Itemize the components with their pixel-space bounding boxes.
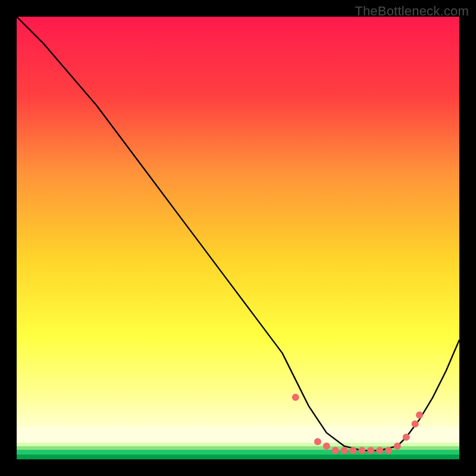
band-darkgreen: [17, 455, 459, 459]
band-green: [17, 450, 459, 455]
band-lightgreen-1: [17, 443, 459, 446]
chart-container: TheBottleneck.com: [0, 0, 476, 476]
marker-dot: [323, 443, 330, 450]
marker-dot: [349, 447, 356, 454]
marker-dot: [341, 447, 348, 454]
plot-area: [17, 17, 459, 459]
marker-dot: [314, 438, 321, 445]
marker-dot: [376, 447, 383, 454]
marker-dot: [385, 447, 392, 454]
chart-svg: [17, 17, 459, 459]
marker-dot: [332, 447, 339, 454]
marker-dot: [403, 434, 410, 441]
band-pale: [17, 427, 459, 443]
marker-dot: [292, 394, 299, 401]
watermark-text: TheBottleneck.com: [355, 4, 469, 19]
gradient-background: [17, 17, 459, 459]
marker-dot: [367, 447, 374, 454]
marker-dot: [416, 412, 423, 419]
marker-dot: [358, 447, 365, 454]
marker-dot: [394, 443, 401, 450]
marker-dot: [412, 421, 419, 428]
